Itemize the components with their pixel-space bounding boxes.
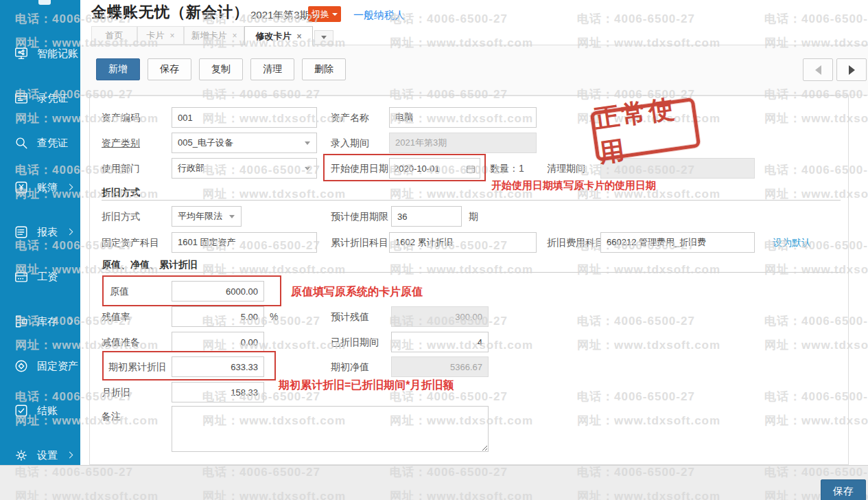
residual-rate-input[interactable] [172,306,264,327]
tab-label: 首页 [106,30,124,42]
remark-textarea[interactable] [172,406,489,452]
add-button[interactable]: 新增 [96,58,140,80]
search-icon [14,135,29,150]
smart-accounting-icon [14,46,29,61]
cleanup-button[interactable]: 清理 [250,58,294,80]
close-icon[interactable]: × [232,31,237,41]
original-value-input[interactable] [172,281,264,302]
tab-label: 修改卡片 [255,30,291,43]
depreciation-method-label: 折旧方式 [102,206,140,227]
depr-expense-account-input[interactable] [600,232,755,253]
section-depreciation-title: 折旧方式 [102,187,140,199]
chevron-down-icon [332,13,338,16]
initial-accum-depr-label: 期初累计折旧 [108,356,166,377]
switch-period-label: 切换 [312,8,329,21]
set-default-link[interactable]: 设为默认 [773,232,811,253]
accum-depr-account-label: 累计折旧科目 [331,232,388,253]
taxpayer-type-link[interactable]: 一般纳税人 [353,9,405,22]
cleanup-period-label: 清理期间 [547,158,585,179]
sidebar-item-label: 库存 [37,315,58,328]
sidebar-item-voucher-search[interactable]: 查凭证 [0,134,80,152]
asset-name-input[interactable] [389,107,537,128]
monthly-depreciation-input[interactable] [172,382,264,402]
logo-fragment [38,0,51,5]
initial-accum-depr-input[interactable] [172,356,264,377]
cleanup-period-input [600,158,755,179]
sidebar-item-fixed-asset[interactable]: 固定资产 [0,357,80,375]
fixed-asset-account-input[interactable] [172,232,317,253]
calendar-icon[interactable] [465,163,476,174]
accum-depr-account-input[interactable] [389,232,537,253]
sidebar-item-voucher-entry[interactable]: 录凭证 [0,89,80,107]
department-select[interactable]: 行政部 [172,158,317,179]
watermark-text: 电话：4006-6500-27 [764,11,868,27]
delete-button[interactable]: 删除 [302,58,346,80]
sidebar-item-label: 报表 [37,226,58,239]
initial-net-value-label: 期初净值 [331,356,369,377]
sidebar-item-smart-accounting[interactable]: 智能记账 [0,45,80,62]
expected-life-unit: 期 [469,206,478,227]
sidebar-item-ledger[interactable]: 账簿 [0,179,80,196]
salary-wallet-icon [14,269,29,284]
chevron-right-icon [67,229,73,236]
asset-code-label: 资产编码 [102,107,140,128]
tab-home[interactable]: 首页 [91,26,137,45]
tab-new-card[interactable]: 新增卡片 × [184,26,244,45]
impairment-reserve-label: 减值准备 [102,332,140,352]
footer-save-button[interactable]: 保存 [821,479,866,500]
next-record-button[interactable] [836,58,867,81]
asset-category-value: 005_电子设备 [178,137,233,149]
fixed-asset-diamond-icon [14,359,29,374]
residual-rate-label: 残值率 [102,306,130,327]
depreciated-periods-input[interactable] [391,332,489,352]
initial-net-value-input [391,356,489,377]
prev-record-button[interactable] [803,58,833,81]
impairment-reserve-input[interactable] [172,332,264,352]
expected-residual-input [391,306,489,327]
page-title: 金蝶账无忧（新会计） [91,2,249,23]
sidebar-item-label: 录凭证 [37,92,68,105]
tab-label: 新增卡片 [191,30,226,42]
switch-period-button[interactable]: 切换 [308,6,341,22]
tab-edit-card[interactable]: 修改卡片 × [244,26,313,45]
depr-expense-account-label: 折旧费用科目 [547,232,605,253]
chevron-right-icon [67,184,73,191]
close-icon[interactable]: × [296,32,301,41]
arrow-right-icon [849,65,855,75]
asset-category-label: 资产类别 [102,133,140,153]
sidebar-item-settle[interactable]: 结账 [0,402,80,420]
department-label: 使用部门 [102,158,140,179]
depreciation-method-select[interactable]: 平均年限法 [172,206,242,227]
section-divider [102,200,841,201]
quantity-label: 数量： [490,163,519,174]
sidebar-item-salary[interactable]: 工资 [0,268,80,286]
section-values-title: 原值、净值、累计折旧 [102,259,198,271]
expected-life-input[interactable] [391,206,462,227]
voucher-entry-icon [14,91,29,106]
expected-life-label: 预计使用期限 [331,206,388,227]
asset-code-input[interactable] [172,107,317,128]
tab-list-dropdown-button[interactable] [314,30,333,45]
copy-button[interactable]: 复制 [199,58,243,80]
chevron-down-icon [305,141,310,145]
start-date-input[interactable] [390,159,462,178]
check-square-icon [14,403,29,418]
sidebar-item-report[interactable]: 报表 [0,223,80,241]
sidebar: 智能记账 录凭证 查凭证 账簿 报表 工资 库存 固定资产 结账 设置 [0,0,80,500]
arrow-left-icon [815,65,821,75]
chevron-right-icon [67,452,73,459]
chevron-down-icon [305,167,310,170]
current-period: 2021年第3期 [250,9,310,22]
start-date-field[interactable] [389,158,480,179]
close-icon[interactable]: × [169,31,174,41]
tab-card[interactable]: 卡片 × [137,26,184,45]
footer-bar [0,465,868,500]
asset-category-select[interactable]: 005_电子设备 [172,133,317,153]
toolbar: 新增 保存 复制 清理 删除 [96,58,346,80]
save-button[interactable]: 保存 [148,58,191,80]
entry-period-input [389,133,537,153]
sidebar-item-settings[interactable]: 设置 [0,446,80,464]
start-date-label: 开始使用日期 [331,158,388,179]
sidebar-item-inventory[interactable]: 库存 [0,312,80,330]
sidebar-item-label: 查凭证 [37,137,68,150]
